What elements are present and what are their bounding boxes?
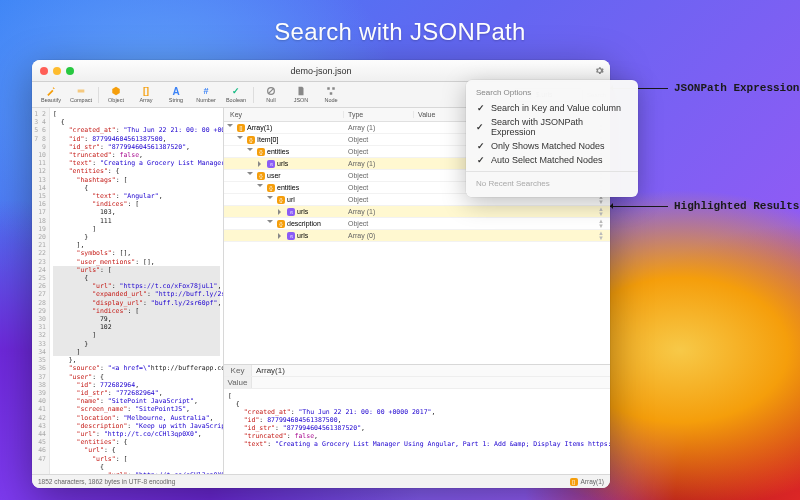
detail-json[interactable]: [ { "created_at": "Thu Jun 22 21: 00: 00… — [224, 389, 610, 474]
toolbar-beautify-button[interactable]: Beautify — [36, 83, 66, 107]
minimize-icon[interactable] — [53, 67, 61, 75]
toolbar-node-button[interactable]: Node — [316, 83, 346, 107]
stepper-icon[interactable]: ▲▼ — [598, 207, 604, 217]
toolbar-string-button[interactable]: AString — [161, 83, 191, 107]
url-icon: ⎋ — [287, 232, 295, 240]
close-icon[interactable] — [40, 67, 48, 75]
node-key: Item[0] — [257, 136, 278, 143]
toolbar-json-button[interactable]: JSON — [286, 83, 316, 107]
disclosure-icon[interactable] — [267, 220, 273, 226]
toolbar-compact-button[interactable]: Compact — [66, 83, 96, 107]
statusbar: 1852 characters, 1862 bytes in UTF-8 enc… — [32, 474, 610, 488]
option-label: Search in Key and Value column — [491, 103, 621, 113]
node-key: user — [267, 172, 281, 179]
node-type: Object — [344, 148, 414, 155]
option-label: Only Shows Matched Nodes — [491, 141, 605, 151]
detail-pane: Key Array(1) Value [ { "created_at": "Th… — [224, 364, 610, 474]
obj-icon: {} — [247, 136, 255, 144]
popover-footer: No Recent Searches — [466, 176, 638, 191]
check-icon: ✓ — [232, 86, 240, 96]
col-key[interactable]: Key — [224, 111, 344, 118]
disclosure-icon[interactable] — [258, 161, 264, 167]
svg-rect-4 — [330, 92, 333, 95]
code-content[interactable]: [ { "created_at": "Thu Jun 22 21: 00: 00… — [50, 108, 223, 474]
node-type: Object — [344, 136, 414, 143]
svg-rect-2 — [327, 87, 330, 90]
node-key: url — [287, 196, 295, 203]
disclosure-icon[interactable] — [227, 124, 233, 130]
disclosure-icon[interactable] — [247, 172, 253, 178]
titlebar[interactable]: demo-json.json — [32, 60, 610, 82]
url-icon: ⎋ — [267, 160, 275, 168]
toolbar-label: Boolean — [226, 97, 246, 103]
crumb-label: Array(1) — [581, 478, 604, 485]
toolbar-label: Number — [196, 97, 216, 103]
node-key: Array(1) — [247, 124, 272, 131]
check-icon: ✓ — [476, 141, 485, 151]
node-value: ▲▼ — [414, 207, 610, 217]
toolbar-boolean-button[interactable]: ✓Boolean — [221, 83, 251, 107]
status-crumb[interactable]: [] Array(1) — [570, 478, 604, 486]
popover-title: Search Options — [466, 86, 638, 101]
toolbar-label: Array — [139, 97, 152, 103]
detail-key-value: Array(1) — [252, 365, 610, 376]
search-option[interactable]: ✓Auto Select Matched Nodes — [466, 153, 638, 167]
arrow-left-icon — [608, 206, 668, 207]
separator — [98, 87, 99, 103]
node-value: ▲▼ — [414, 219, 610, 229]
node-type: Object — [344, 184, 414, 191]
node-key: description — [287, 220, 321, 227]
hash-icon: # — [203, 86, 208, 96]
toolbar-object-button[interactable]: Object — [101, 83, 131, 107]
toolbar-label: Object — [108, 97, 124, 103]
disclosure-icon[interactable] — [278, 209, 284, 215]
toolbar-null-button[interactable]: Null — [256, 83, 286, 107]
search-option[interactable]: ✓Search with JSONPath Expression — [466, 115, 638, 139]
node-type: Array (1) — [344, 208, 414, 215]
stepper-icon[interactable]: ▲▼ — [598, 231, 604, 241]
node-type: Array (0) — [344, 232, 414, 239]
toolbar-label: JSON — [294, 97, 309, 103]
disclosure-icon[interactable] — [257, 184, 263, 190]
maximize-icon[interactable] — [66, 67, 74, 75]
hero-title: Search with JSONPath — [0, 18, 800, 46]
search-option[interactable]: ✓Search in Key and Value column — [466, 101, 638, 115]
obj-icon: {} — [277, 220, 285, 228]
disclosure-icon[interactable] — [237, 136, 243, 142]
obj-icon: {} — [267, 184, 275, 192]
gear-icon[interactable] — [595, 66, 604, 75]
toolbar-array-button[interactable]: []Array — [131, 83, 161, 107]
window-title: demo-json.json — [290, 66, 351, 76]
check-icon: ✓ — [476, 103, 485, 113]
option-label: Search with JSONPath Expression — [491, 117, 628, 137]
arr-icon: [] — [237, 124, 245, 132]
toolbar-label: Compact — [70, 97, 92, 103]
cube-o-icon — [111, 86, 121, 96]
detail-key-label: Key — [224, 365, 252, 376]
status-left: 1852 characters, 1862 bytes in UTF-8 enc… — [38, 478, 175, 485]
obj-icon: {} — [257, 148, 265, 156]
separator — [466, 171, 638, 172]
node-type: Array (1) — [344, 160, 414, 167]
tree-icon — [326, 86, 336, 96]
compress-icon — [76, 86, 86, 96]
toolbar-number-button[interactable]: #Number — [191, 83, 221, 107]
disclosure-icon[interactable] — [247, 148, 253, 154]
callout-results: Highlighted Results — [608, 200, 799, 212]
toolbar-label: Node — [324, 97, 337, 103]
code-editor[interactable]: 1 2 3 4 5 6 7 8 9 10 11 12 13 14 15 16 1… — [32, 108, 224, 474]
line-gutter: 1 2 3 4 5 6 7 8 9 10 11 12 13 14 15 16 1… — [32, 108, 50, 474]
callout-label: Highlighted Results — [674, 200, 799, 212]
disclosure-icon[interactable] — [267, 196, 273, 202]
col-type[interactable]: Type — [344, 111, 414, 118]
brackets-icon: [] — [143, 86, 149, 96]
tree-row[interactable]: {}descriptionObject▲▼ — [224, 218, 610, 230]
node-type: Object — [344, 220, 414, 227]
node-key: entities — [277, 184, 299, 191]
tree-row[interactable]: ⎋urlsArray (0)▲▼ — [224, 230, 610, 242]
tree-row[interactable]: ⎋urlsArray (1)▲▼ — [224, 206, 610, 218]
stepper-icon[interactable]: ▲▼ — [598, 219, 604, 229]
toolbar-label: Null — [266, 97, 275, 103]
search-option[interactable]: ✓Only Shows Matched Nodes — [466, 139, 638, 153]
disclosure-icon[interactable] — [278, 233, 284, 239]
